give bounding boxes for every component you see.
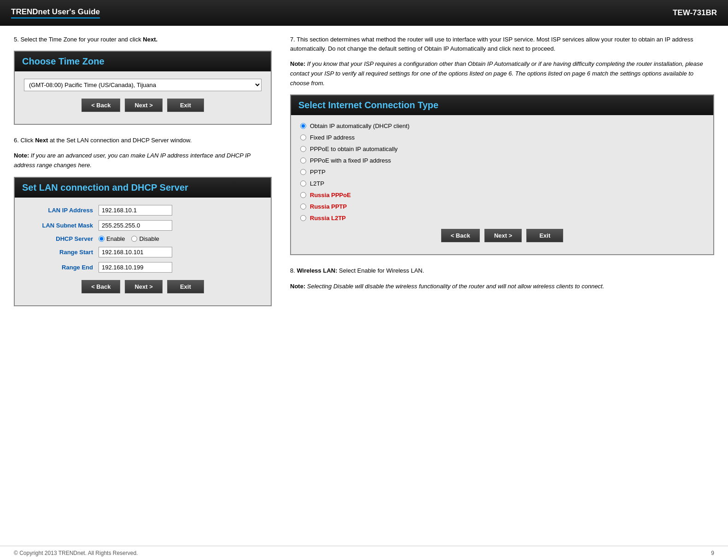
lan-btn-row: < Back Next > Exit: [24, 280, 262, 298]
dhcp-radio-group: Enable Disable: [99, 235, 159, 242]
timezone-select[interactable]: (GMT-08:00) Pacific Time (US/Canada), Ti…: [24, 79, 262, 91]
note8-bold: Note:: [290, 283, 305, 290]
step8-bold: Wireless LAN:: [297, 267, 337, 274]
inet-option-label-7: Russia PPTP: [310, 203, 347, 210]
inet-back-button[interactable]: < Back: [441, 229, 480, 242]
note6-text: If you are an advanced user, you can mak…: [14, 152, 250, 169]
timezone-next-button[interactable]: Next >: [125, 99, 162, 112]
lan-panel: Set LAN connection and DHCP Server LAN I…: [14, 177, 272, 306]
inet-radio-2[interactable]: [300, 146, 306, 152]
inet-panel-body: Obtain IP automatically (DHCP client)Fix…: [291, 115, 713, 254]
inet-radio-1[interactable]: [300, 134, 306, 140]
inet-option-label-0: Obtain IP automatically (DHCP client): [310, 122, 409, 129]
inet-radio-8[interactable]: [300, 215, 306, 221]
inet-radio-3[interactable]: [300, 158, 306, 163]
inet-option-8[interactable]: Russia L2TP: [300, 215, 704, 222]
step8-paragraph: 8. Wireless LAN: Select Enable for Wirel…: [290, 266, 714, 275]
left-column: 5. Select the Time Zone for your router …: [14, 35, 272, 427]
inet-option-label-6: Russia PPPoE: [310, 192, 351, 198]
lan-ip-input[interactable]: [99, 205, 172, 216]
timezone-panel-title: Choose Time Zone: [22, 56, 105, 66]
step8-text-a: 8.: [290, 267, 297, 274]
inet-option-label-5: L2TP: [310, 180, 324, 187]
lan-panel-body: LAN IP Address LAN Subnet Mask DHCP Serv…: [15, 198, 271, 305]
step7-paragraph: 7. This section determines what method t…: [290, 35, 714, 53]
note8-text: Selecting Disable will disable the wirel…: [305, 283, 604, 290]
note7-text: If you know that your ISP requires a con…: [290, 60, 703, 87]
footer-copyright: © Copyright 2013 TRENDnet. All Rights Re…: [14, 550, 138, 556]
inet-radio-5[interactable]: [300, 181, 306, 187]
inet-option-6[interactable]: Russia PPPoE: [300, 192, 704, 198]
inet-btn-row: < Back Next > Exit: [300, 229, 704, 247]
note7-bold: Note:: [290, 60, 305, 67]
step5-paragraph: 5. Select the Time Zone for your router …: [14, 35, 272, 44]
step6-text-b: at the Set LAN connection and DHCP Serve…: [48, 137, 192, 144]
lan-mask-input[interactable]: [99, 220, 172, 231]
header-title: TRENDnet User's Guide: [11, 7, 100, 18]
timezone-select-row: (GMT-08:00) Pacific Time (US/Canada), Ti…: [24, 79, 262, 91]
inet-option-5[interactable]: L2TP: [300, 180, 704, 187]
note6-bold: Note:: [14, 152, 29, 159]
inet-next-button[interactable]: Next >: [484, 229, 522, 242]
inet-option-4[interactable]: PPTP: [300, 169, 704, 175]
dhcp-disable-text: Disable: [139, 235, 159, 242]
range-start-input[interactable]: [99, 247, 172, 257]
inet-options-list: Obtain IP automatically (DHCP client)Fix…: [300, 122, 704, 222]
lan-mask-label: LAN Subnet Mask: [24, 222, 93, 229]
range-end-row: Range End: [24, 262, 262, 273]
step5-text: 5. Select the Time Zone for your router …: [14, 36, 143, 43]
range-end-label: Range End: [24, 264, 93, 271]
inet-option-2[interactable]: PPPoE to obtain IP automatically: [300, 146, 704, 152]
lan-back-button[interactable]: < Back: [82, 280, 120, 293]
lan-ip-row: LAN IP Address: [24, 205, 262, 216]
note8-paragraph: Note: Selecting Disable will disable the…: [290, 282, 714, 292]
note6-paragraph: Note: If you are an advanced user, you c…: [14, 151, 272, 170]
inet-radio-6[interactable]: [300, 192, 306, 198]
note7-paragraph: Note: If you know that your ISP requires…: [290, 59, 714, 88]
footer-page-number: 9: [711, 550, 714, 556]
timezone-back-button[interactable]: < Back: [82, 99, 120, 112]
dhcp-disable-label[interactable]: Disable: [131, 235, 159, 242]
inet-option-1[interactable]: Fixed IP address: [300, 134, 704, 141]
lan-panel-title: Set LAN connection and DHCP Server: [22, 182, 188, 192]
lan-exit-button[interactable]: Exit: [167, 280, 204, 293]
dhcp-enable-label[interactable]: Enable: [99, 235, 125, 242]
step6-bold: Next: [35, 137, 48, 144]
range-start-label: Range Start: [24, 249, 93, 256]
inet-option-label-2: PPPoE to obtain IP automatically: [310, 146, 398, 152]
dhcp-row: DHCP Server Enable Disable: [24, 235, 262, 242]
step6-paragraph: 6. Click Next at the Set LAN connection …: [14, 136, 272, 145]
dhcp-enable-text: Enable: [106, 235, 125, 242]
inet-option-0[interactable]: Obtain IP automatically (DHCP client): [300, 122, 704, 129]
inet-exit-button[interactable]: Exit: [526, 229, 563, 242]
dhcp-label: DHCP Server: [24, 235, 93, 242]
lan-panel-header: Set LAN connection and DHCP Server: [15, 178, 271, 198]
inet-radio-4[interactable]: [300, 169, 306, 175]
lan-ip-label: LAN IP Address: [24, 207, 93, 214]
timezone-exit-button[interactable]: Exit: [167, 99, 204, 112]
step6-text-a: 6. Click: [14, 137, 35, 144]
inet-radio-7[interactable]: [300, 204, 306, 210]
dhcp-enable-radio[interactable]: [99, 236, 105, 242]
inet-panel-title: Select Internet Connection Type: [298, 100, 438, 110]
inet-option-label-8: Russia L2TP: [310, 215, 346, 222]
range-end-input[interactable]: [99, 262, 172, 273]
lan-next-button[interactable]: Next >: [125, 280, 162, 293]
inet-option-label-1: Fixed IP address: [310, 134, 355, 141]
inet-option-label-3: PPPoE with a fixed IP address: [310, 157, 391, 164]
main-content: 5. Select the Time Zone for your router …: [0, 26, 728, 436]
header: TRENDnet User's Guide TEW-731BR: [0, 0, 728, 26]
inet-panel: Select Internet Connection Type Obtain I…: [290, 94, 714, 255]
step8-text-b: Select Enable for Wireless LAN.: [338, 267, 425, 274]
range-start-row: Range Start: [24, 247, 262, 257]
inet-radio-0[interactable]: [300, 123, 306, 129]
choose-timezone-panel: Choose Time Zone (GMT-08:00) Pacific Tim…: [14, 51, 272, 125]
footer: © Copyright 2013 TRENDnet. All Rights Re…: [0, 546, 728, 560]
dhcp-disable-radio[interactable]: [131, 236, 137, 242]
step5-bold: Next.: [143, 36, 157, 43]
inet-panel-header: Select Internet Connection Type: [291, 95, 713, 115]
inet-option-7[interactable]: Russia PPTP: [300, 203, 704, 210]
lan-mask-row: LAN Subnet Mask: [24, 220, 262, 231]
inet-option-3[interactable]: PPPoE with a fixed IP address: [300, 157, 704, 164]
timezone-panel-body: (GMT-08:00) Pacific Time (US/Canada), Ti…: [15, 71, 271, 124]
